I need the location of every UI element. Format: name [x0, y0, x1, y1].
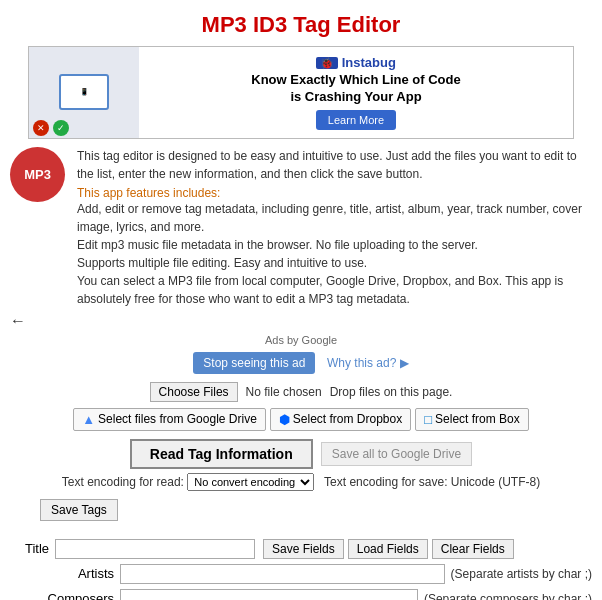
encoding-read-select[interactable]: No convert encoding	[187, 473, 314, 491]
choose-files-button[interactable]: Choose Files	[150, 382, 238, 402]
mp3-label: MP3	[24, 167, 51, 182]
artists-input[interactable]	[120, 564, 445, 584]
google-drive-button[interactable]: ▲ Select files from Google Drive	[73, 408, 266, 431]
back-arrow[interactable]: ←	[10, 312, 26, 329]
encoding-save-label: Text encoding for save: Unicode (UTF-8)	[324, 475, 540, 489]
ad-right-side: 🐞 Instabug Know Exactly Which Line of Co…	[139, 47, 573, 138]
save-fields-button[interactable]: Save Fields	[263, 539, 344, 559]
main-description: This tag editor is designed to be easy a…	[77, 147, 592, 183]
composers-row: Composers (Separate composers by char ;)	[10, 589, 592, 600]
source-buttons-row: ▲ Select files from Google Drive ⬢ Selec…	[0, 408, 602, 431]
box-button[interactable]: □ Select from Box	[415, 408, 529, 431]
encoding-read-label: Text encoding for read:	[62, 475, 184, 489]
load-fields-button[interactable]: Load Fields	[348, 539, 428, 559]
title-label: Title	[10, 541, 55, 556]
description-text: This tag editor is designed to be easy a…	[77, 147, 592, 308]
clear-fields-button[interactable]: Clear Fields	[432, 539, 514, 559]
title-buttons: Save Fields Load Fields Clear Fields	[263, 539, 514, 559]
ad-image-side: 📱 ✕ ✓	[29, 47, 139, 138]
feature3: Supports multiple file editing. Easy and…	[77, 254, 592, 272]
features-label: This app features includes:	[77, 186, 592, 200]
feature1: Add, edit or remove tag metadata, includ…	[77, 200, 592, 236]
no-file-chosen-text: No file chosen	[246, 385, 322, 399]
description-block: MP3 This tag editor is designed to be ea…	[10, 147, 592, 308]
ad-controls-row: Stop seeing this ad Why this ad? ▶	[0, 352, 602, 374]
save-tags-area: Save Tags	[10, 499, 592, 531]
why-ad-button[interactable]: Why this ad? ▶	[327, 356, 409, 370]
fields-section: Title Save Fields Load Fields Clear Fiel…	[10, 539, 592, 600]
feature4: You can select a MP3 file from local com…	[77, 272, 592, 308]
artists-note: (Separate artists by char ;)	[451, 567, 592, 581]
composers-note: (Separate composers by char ;)	[424, 592, 592, 600]
composers-input[interactable]	[120, 589, 418, 600]
encoding-row: Text encoding for read: No convert encod…	[0, 473, 602, 491]
dropbox-button[interactable]: ⬢ Select from Dropbox	[270, 408, 411, 431]
google-drive-label: Select files from Google Drive	[98, 412, 257, 426]
save-tags-button[interactable]: Save Tags	[40, 499, 118, 521]
read-tag-row: Read Tag Information Save all to Google …	[0, 439, 602, 469]
stop-seeing-button[interactable]: Stop seeing this ad	[193, 352, 315, 374]
drop-files-text: Drop files on this page.	[330, 385, 453, 399]
feature2: Edit mp3 music file metadata in the brow…	[77, 236, 592, 254]
box-label: Select from Box	[435, 412, 520, 426]
mp3-icon-area: MP3	[10, 147, 65, 202]
title-input[interactable]	[55, 539, 255, 559]
box-icon: □	[424, 412, 432, 427]
ad-headline: Know Exactly Which Line of Code is Crash…	[251, 72, 460, 106]
ad-logo: 🐞 Instabug	[316, 55, 396, 70]
file-chooser-row: Choose Files No file chosen Drop files o…	[0, 382, 602, 402]
ad-learn-more-button[interactable]: Learn More	[316, 110, 396, 130]
ads-by-google: Ads by Google	[0, 334, 602, 346]
artists-row: Artists (Separate artists by char ;)	[10, 564, 592, 584]
composers-label: Composers	[10, 591, 120, 600]
read-tag-button[interactable]: Read Tag Information	[130, 439, 313, 469]
ad-provider-name: Instabug	[342, 55, 396, 70]
ad-logo-bug: 🐞	[316, 57, 338, 69]
ad-phone-graphic: 📱	[59, 74, 109, 110]
dropbox-label: Select from Dropbox	[293, 412, 402, 426]
ad-overlay-icons: ✕ ✓	[33, 120, 69, 136]
title-row: Title Save Fields Load Fields Clear Fiel…	[10, 539, 592, 559]
page-title: MP3 ID3 Tag Editor	[0, 0, 602, 46]
dropbox-icon: ⬢	[279, 412, 290, 427]
artists-label: Artists	[10, 566, 120, 581]
google-drive-icon: ▲	[82, 412, 95, 427]
ad-banner: 📱 ✕ ✓ 🐞 Instabug Know Exactly Which Line…	[28, 46, 574, 139]
save-google-button[interactable]: Save all to Google Drive	[321, 442, 472, 466]
ad-green-check: ✓	[53, 120, 69, 136]
ad-red-circle: ✕	[33, 120, 49, 136]
mp3-icon: MP3	[10, 147, 65, 202]
